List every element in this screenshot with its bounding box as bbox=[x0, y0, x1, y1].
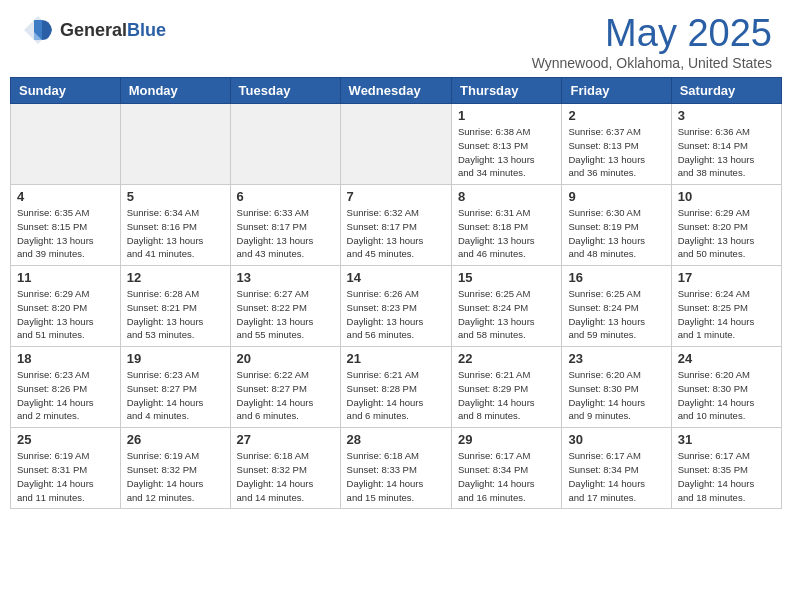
location: Wynnewood, Oklahoma, United States bbox=[532, 55, 772, 71]
day-info: Sunrise: 6:38 AM Sunset: 8:13 PM Dayligh… bbox=[458, 125, 555, 180]
day-cell bbox=[340, 104, 451, 185]
logo-blue: Blue bbox=[127, 20, 166, 41]
day-info: Sunrise: 6:33 AM Sunset: 8:17 PM Dayligh… bbox=[237, 206, 334, 261]
day-info: Sunrise: 6:32 AM Sunset: 8:17 PM Dayligh… bbox=[347, 206, 445, 261]
day-number: 3 bbox=[678, 108, 775, 123]
day-number: 18 bbox=[17, 351, 114, 366]
day-cell: 6Sunrise: 6:33 AM Sunset: 8:17 PM Daylig… bbox=[230, 185, 340, 266]
day-header-tuesday: Tuesday bbox=[230, 78, 340, 104]
day-cell: 9Sunrise: 6:30 AM Sunset: 8:19 PM Daylig… bbox=[562, 185, 671, 266]
day-info: Sunrise: 6:29 AM Sunset: 8:20 PM Dayligh… bbox=[17, 287, 114, 342]
day-info: Sunrise: 6:21 AM Sunset: 8:28 PM Dayligh… bbox=[347, 368, 445, 423]
day-cell: 5Sunrise: 6:34 AM Sunset: 8:16 PM Daylig… bbox=[120, 185, 230, 266]
week-row-3: 11Sunrise: 6:29 AM Sunset: 8:20 PM Dayli… bbox=[11, 266, 782, 347]
day-cell: 15Sunrise: 6:25 AM Sunset: 8:24 PM Dayli… bbox=[452, 266, 562, 347]
day-number: 12 bbox=[127, 270, 224, 285]
day-number: 27 bbox=[237, 432, 334, 447]
day-cell: 29Sunrise: 6:17 AM Sunset: 8:34 PM Dayli… bbox=[452, 428, 562, 509]
day-header-sunday: Sunday bbox=[11, 78, 121, 104]
day-header-wednesday: Wednesday bbox=[340, 78, 451, 104]
day-cell: 18Sunrise: 6:23 AM Sunset: 8:26 PM Dayli… bbox=[11, 347, 121, 428]
week-row-4: 18Sunrise: 6:23 AM Sunset: 8:26 PM Dayli… bbox=[11, 347, 782, 428]
day-number: 21 bbox=[347, 351, 445, 366]
day-number: 14 bbox=[347, 270, 445, 285]
day-number: 20 bbox=[237, 351, 334, 366]
day-cell: 19Sunrise: 6:23 AM Sunset: 8:27 PM Dayli… bbox=[120, 347, 230, 428]
day-cell: 8Sunrise: 6:31 AM Sunset: 8:18 PM Daylig… bbox=[452, 185, 562, 266]
week-row-5: 25Sunrise: 6:19 AM Sunset: 8:31 PM Dayli… bbox=[11, 428, 782, 509]
day-cell bbox=[230, 104, 340, 185]
day-number: 23 bbox=[568, 351, 664, 366]
day-info: Sunrise: 6:23 AM Sunset: 8:27 PM Dayligh… bbox=[127, 368, 224, 423]
day-info: Sunrise: 6:24 AM Sunset: 8:25 PM Dayligh… bbox=[678, 287, 775, 342]
day-cell: 7Sunrise: 6:32 AM Sunset: 8:17 PM Daylig… bbox=[340, 185, 451, 266]
day-cell: 20Sunrise: 6:22 AM Sunset: 8:27 PM Dayli… bbox=[230, 347, 340, 428]
day-header-thursday: Thursday bbox=[452, 78, 562, 104]
day-info: Sunrise: 6:25 AM Sunset: 8:24 PM Dayligh… bbox=[568, 287, 664, 342]
day-number: 25 bbox=[17, 432, 114, 447]
day-cell: 1Sunrise: 6:38 AM Sunset: 8:13 PM Daylig… bbox=[452, 104, 562, 185]
calendar-table: SundayMondayTuesdayWednesdayThursdayFrid… bbox=[10, 77, 782, 509]
day-cell: 10Sunrise: 6:29 AM Sunset: 8:20 PM Dayli… bbox=[671, 185, 781, 266]
day-number: 1 bbox=[458, 108, 555, 123]
day-info: Sunrise: 6:17 AM Sunset: 8:34 PM Dayligh… bbox=[458, 449, 555, 504]
day-number: 17 bbox=[678, 270, 775, 285]
week-row-2: 4Sunrise: 6:35 AM Sunset: 8:15 PM Daylig… bbox=[11, 185, 782, 266]
day-cell: 23Sunrise: 6:20 AM Sunset: 8:30 PM Dayli… bbox=[562, 347, 671, 428]
day-number: 7 bbox=[347, 189, 445, 204]
day-number: 26 bbox=[127, 432, 224, 447]
logo-general: General bbox=[60, 20, 127, 41]
day-number: 4 bbox=[17, 189, 114, 204]
day-cell: 26Sunrise: 6:19 AM Sunset: 8:32 PM Dayli… bbox=[120, 428, 230, 509]
day-number: 15 bbox=[458, 270, 555, 285]
day-number: 31 bbox=[678, 432, 775, 447]
day-cell: 12Sunrise: 6:28 AM Sunset: 8:21 PM Dayli… bbox=[120, 266, 230, 347]
day-cell: 31Sunrise: 6:17 AM Sunset: 8:35 PM Dayli… bbox=[671, 428, 781, 509]
day-cell bbox=[120, 104, 230, 185]
day-cell: 22Sunrise: 6:21 AM Sunset: 8:29 PM Dayli… bbox=[452, 347, 562, 428]
day-info: Sunrise: 6:28 AM Sunset: 8:21 PM Dayligh… bbox=[127, 287, 224, 342]
day-info: Sunrise: 6:36 AM Sunset: 8:14 PM Dayligh… bbox=[678, 125, 775, 180]
day-number: 30 bbox=[568, 432, 664, 447]
day-number: 10 bbox=[678, 189, 775, 204]
day-info: Sunrise: 6:27 AM Sunset: 8:22 PM Dayligh… bbox=[237, 287, 334, 342]
day-cell: 24Sunrise: 6:20 AM Sunset: 8:30 PM Dayli… bbox=[671, 347, 781, 428]
header: General Blue May 2025 Wynnewood, Oklahom… bbox=[0, 0, 792, 77]
day-number: 22 bbox=[458, 351, 555, 366]
calendar-wrap: SundayMondayTuesdayWednesdayThursdayFrid… bbox=[0, 77, 792, 517]
logo-text: General Blue bbox=[60, 20, 166, 41]
day-cell: 27Sunrise: 6:18 AM Sunset: 8:32 PM Dayli… bbox=[230, 428, 340, 509]
day-info: Sunrise: 6:26 AM Sunset: 8:23 PM Dayligh… bbox=[347, 287, 445, 342]
logo: General Blue bbox=[20, 12, 166, 48]
day-info: Sunrise: 6:20 AM Sunset: 8:30 PM Dayligh… bbox=[678, 368, 775, 423]
day-info: Sunrise: 6:29 AM Sunset: 8:20 PM Dayligh… bbox=[678, 206, 775, 261]
title-area: May 2025 Wynnewood, Oklahoma, United Sta… bbox=[532, 12, 772, 71]
day-info: Sunrise: 6:22 AM Sunset: 8:27 PM Dayligh… bbox=[237, 368, 334, 423]
day-number: 11 bbox=[17, 270, 114, 285]
day-number: 6 bbox=[237, 189, 334, 204]
day-cell: 13Sunrise: 6:27 AM Sunset: 8:22 PM Dayli… bbox=[230, 266, 340, 347]
day-header-monday: Monday bbox=[120, 78, 230, 104]
day-number: 29 bbox=[458, 432, 555, 447]
day-info: Sunrise: 6:21 AM Sunset: 8:29 PM Dayligh… bbox=[458, 368, 555, 423]
day-header-friday: Friday bbox=[562, 78, 671, 104]
day-info: Sunrise: 6:25 AM Sunset: 8:24 PM Dayligh… bbox=[458, 287, 555, 342]
day-number: 9 bbox=[568, 189, 664, 204]
day-number: 16 bbox=[568, 270, 664, 285]
day-info: Sunrise: 6:17 AM Sunset: 8:34 PM Dayligh… bbox=[568, 449, 664, 504]
day-number: 8 bbox=[458, 189, 555, 204]
day-info: Sunrise: 6:35 AM Sunset: 8:15 PM Dayligh… bbox=[17, 206, 114, 261]
day-info: Sunrise: 6:18 AM Sunset: 8:33 PM Dayligh… bbox=[347, 449, 445, 504]
day-info: Sunrise: 6:18 AM Sunset: 8:32 PM Dayligh… bbox=[237, 449, 334, 504]
day-number: 24 bbox=[678, 351, 775, 366]
month-title: May 2025 bbox=[532, 12, 772, 55]
day-info: Sunrise: 6:19 AM Sunset: 8:31 PM Dayligh… bbox=[17, 449, 114, 504]
day-cell: 14Sunrise: 6:26 AM Sunset: 8:23 PM Dayli… bbox=[340, 266, 451, 347]
day-number: 28 bbox=[347, 432, 445, 447]
day-header-row: SundayMondayTuesdayWednesdayThursdayFrid… bbox=[11, 78, 782, 104]
day-info: Sunrise: 6:20 AM Sunset: 8:30 PM Dayligh… bbox=[568, 368, 664, 423]
day-cell: 3Sunrise: 6:36 AM Sunset: 8:14 PM Daylig… bbox=[671, 104, 781, 185]
logo-icon bbox=[20, 12, 56, 48]
day-header-saturday: Saturday bbox=[671, 78, 781, 104]
day-info: Sunrise: 6:30 AM Sunset: 8:19 PM Dayligh… bbox=[568, 206, 664, 261]
